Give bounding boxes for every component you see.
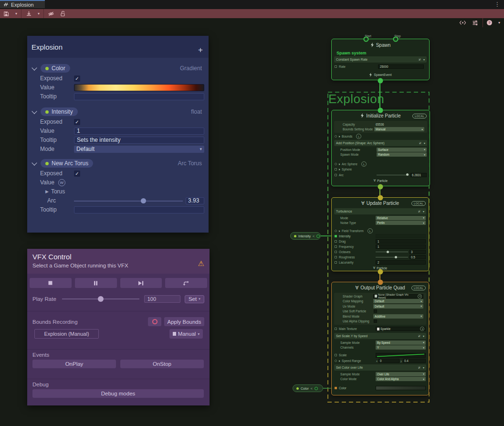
exposed-checkbox[interactable]: ✓ (74, 119, 80, 125)
position-mode-dropdown[interactable]: Surface ▾ (377, 148, 427, 152)
foldout-icon[interactable] (339, 136, 340, 138)
block-enabled-checkbox[interactable]: ✓ (418, 210, 421, 213)
tooltip-input[interactable] (74, 93, 204, 100)
roughness-slider[interactable] (376, 255, 408, 259)
foldout-icon[interactable]: ▶ (45, 189, 49, 194)
set-color-over-life-block[interactable]: Set Color over Life ✓ ▾ (334, 364, 426, 371)
scale-port[interactable] (335, 354, 337, 356)
bounds-target-field[interactable]: Explosion (Manual) (34, 329, 99, 339)
foldout-icon[interactable] (339, 360, 340, 362)
block-collapse-icon[interactable]: ▾ (423, 334, 424, 338)
speed-range-y-field[interactable]: 0.4 (403, 359, 426, 363)
shader-graph-field[interactable]: None (Shader Graph Vfx Asset) (373, 294, 423, 299)
constant-spawn-rate-block[interactable]: Constant Spawn Rate ✓ ▾ (334, 56, 427, 63)
window-menu-icon[interactable]: ⋮ (494, 1, 500, 8)
spawn-mode-dropdown[interactable]: Random ▾ (377, 152, 427, 157)
block-enabled-checkbox[interactable]: ✓ (418, 366, 421, 369)
save-button[interactable] (0, 9, 12, 18)
color-port[interactable] (335, 387, 337, 389)
compile-dropdown-button[interactable]: ▾ (35, 9, 42, 18)
set-button[interactable]: Set ▾ (185, 295, 204, 303)
use-soft-particle-checkbox[interactable] (374, 309, 377, 313)
field-transform-port[interactable] (335, 230, 337, 232)
lock-button[interactable] (57, 9, 68, 18)
play-rate-slider[interactable] (62, 296, 139, 302)
arc-slider[interactable] (74, 197, 183, 204)
octaves-value-field[interactable]: 3 (410, 250, 426, 254)
block-collapse-icon[interactable]: ▾ (423, 210, 424, 213)
bounds-port[interactable] (335, 135, 337, 138)
arc-value-field[interactable]: 6.2831 (410, 173, 427, 177)
frequency-port[interactable] (335, 245, 337, 248)
roughness-value-field[interactable]: 0.5 (410, 255, 426, 259)
capacity-field[interactable]: 65536 (374, 122, 424, 127)
sample-mode-dropdown[interactable]: By Speed ▾ (376, 341, 426, 345)
chevron-down-icon[interactable] (32, 160, 37, 165)
mode-dropdown[interactable]: Default ▾ (74, 146, 204, 153)
object-picker-icon[interactable] (420, 327, 424, 331)
speed-range-x-field[interactable]: 0 (378, 359, 399, 363)
bounds-mode-dropdown[interactable]: Manual ▾ (169, 329, 203, 339)
foldout-icon[interactable] (339, 163, 340, 165)
output-particle-quad-node[interactable]: ∀ Output Particle Quad LOCAL Shader Grap… (331, 282, 429, 395)
value-input[interactable]: 1 (74, 128, 204, 135)
apply-bounds-button[interactable]: Apply Bounds (164, 317, 204, 326)
color-sample-mode-dropdown[interactable]: Over Life ▾ (376, 372, 426, 376)
restart-button[interactable] (165, 278, 207, 288)
arc-torus-parameter-pill[interactable]: New Arc Torus (41, 159, 93, 168)
exposed-checkbox[interactable]: ✓ (74, 75, 80, 82)
output-in-port[interactable] (378, 280, 383, 285)
block-collapse-icon[interactable]: ▾ (423, 58, 425, 61)
intensity-port[interactable] (335, 235, 337, 237)
rate-port[interactable] (335, 65, 337, 68)
exposed-checkbox[interactable]: ✓ (74, 170, 80, 177)
main-texture-port[interactable] (335, 328, 337, 330)
set-scale-by-speed-block[interactable]: Set Scale.Y by Speed ✓ ▾ (334, 333, 426, 339)
blend-mode-dropdown[interactable]: Additive ▾ (373, 314, 423, 319)
debug-modes-button[interactable]: Debug modes (32, 389, 204, 398)
bounds-setting-mode-dropdown[interactable]: Manual ▾ (374, 127, 424, 131)
tooltip-input[interactable] (74, 206, 204, 213)
blackboard-panel[interactable]: Explosion + Color Gradient Exposed ✓ Val… (27, 36, 209, 233)
object-picker-icon[interactable] (418, 294, 422, 298)
collapse-icon[interactable]: < (311, 387, 313, 390)
onstop-button[interactable]: OnStop (120, 360, 204, 368)
uv-mode-dropdown[interactable]: Default ▾ (373, 304, 423, 309)
initialize-in-port[interactable] (378, 108, 383, 113)
lacunarity-field[interactable]: 2 (376, 260, 426, 265)
intensity-parameter-pill[interactable]: Intensity (41, 107, 78, 116)
stop-port[interactable] (393, 37, 399, 42)
roughness-port[interactable] (335, 256, 337, 258)
intensity-field[interactable] (376, 234, 426, 238)
arc-port[interactable] (335, 174, 337, 176)
color-parameter-pill[interactable]: Color (41, 64, 70, 73)
tooltip-input[interactable]: Sets the intensity (74, 137, 204, 144)
turbulence-block[interactable]: Turbulence ✓ ▾ (334, 208, 426, 214)
pause-button[interactable] (75, 278, 117, 288)
arc-sphere-port[interactable] (335, 163, 337, 165)
world-space-badge[interactable]: W (58, 179, 65, 186)
drag-port[interactable] (335, 240, 337, 243)
color-mode-dropdown[interactable]: Color And Alpha ▾ (376, 377, 426, 381)
octaves-port[interactable] (335, 251, 337, 253)
block-enabled-checkbox[interactable]: ✓ (418, 334, 421, 338)
parameter-out-port[interactable] (316, 234, 320, 238)
speed-range-port[interactable] (335, 360, 337, 362)
toggle-visibility-button[interactable] (45, 9, 57, 18)
initialize-out-port[interactable] (378, 184, 383, 190)
sphere-port[interactable] (335, 168, 337, 170)
block-enabled-checkbox[interactable]: ✓ (419, 141, 422, 145)
add-parameter-button[interactable]: + (198, 45, 203, 55)
start-port[interactable] (364, 37, 369, 42)
initialize-particle-node[interactable]: Initialize Particle LOCAL Capacity 65536… (331, 110, 430, 186)
spawn-node[interactable]: Start Stop Spawn Spawn system Constant S… (331, 39, 430, 80)
stop-button[interactable] (30, 278, 72, 288)
block-enabled-checkbox[interactable]: ✓ (418, 58, 421, 61)
channels-dropdown[interactable]: Y ▾ (376, 345, 426, 350)
block-collapse-icon[interactable]: ▾ (424, 141, 425, 145)
help-dropdown-button[interactable]: ▾ (495, 18, 503, 27)
use-alpha-clipping-checkbox[interactable] (374, 320, 377, 323)
chevron-down-icon[interactable] (32, 108, 37, 114)
show-code-button[interactable] (457, 18, 469, 27)
intensity-parameter-node[interactable]: Intensity < (290, 232, 321, 240)
